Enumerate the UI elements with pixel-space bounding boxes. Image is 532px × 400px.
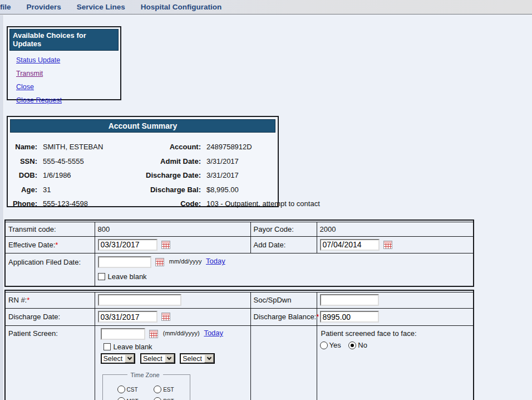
transmit-form-table: Transmit code: 800 Payor Code: 2000 Effe… <box>4 219 474 287</box>
discharge-bal-value: $8,995.00 <box>206 186 278 194</box>
left-gutter <box>0 15 4 400</box>
account-number-label: Account: <box>139 143 201 151</box>
rn-number-label: RN #:* <box>5 292 95 308</box>
discharge-balance-label: Discharge Balance:* <box>250 308 317 325</box>
today-link[interactable]: Today <box>204 329 223 337</box>
close-request-link[interactable]: Close Request <box>16 96 62 104</box>
time-zone-fieldset: Time Zone CST EST MST PST <box>102 372 190 400</box>
account-row: Age: 31 Discharge Bal: $8,995.00 <box>8 183 278 197</box>
discharge-date-field-label: Discharge Date: <box>5 308 95 325</box>
age-label: Age: <box>8 186 37 194</box>
required-marker: * <box>55 241 58 249</box>
chevron-down-icon[interactable] <box>204 354 214 363</box>
name-value: SMITH, ESTEBAN <box>43 143 133 151</box>
transmit-link[interactable]: Transmit <box>16 70 43 77</box>
code-value: 103 - Outpatient, attempt to contact <box>206 199 320 208</box>
admit-date-label: Admit Date: <box>139 157 201 165</box>
required-marker: * <box>27 296 29 304</box>
calendar-icon[interactable] <box>149 330 158 338</box>
face-to-face-yes-label: Yes <box>329 341 341 349</box>
pst-radio[interactable] <box>154 397 161 400</box>
account-summary-title: Account Summary <box>10 119 275 133</box>
patient-screen-label: Patient Screen: <box>5 325 95 400</box>
add-date-label: Add Date: <box>250 236 317 253</box>
chevron-down-icon[interactable] <box>125 354 134 363</box>
date-format-hint: (mm/dd/yyyy) <box>163 330 200 336</box>
pst-label: PST <box>163 398 174 400</box>
discharge-date-label: Discharge Date: <box>139 171 201 179</box>
mst-radio[interactable] <box>117 397 125 400</box>
name-label: Name: <box>8 143 37 151</box>
payor-code-value: 2000 <box>317 222 474 236</box>
leave-blank-label: Leave blank <box>108 272 147 281</box>
account-row: DOB: 1/6/1986 Discharge Date: 3/31/2017 <box>8 168 278 183</box>
calendar-icon[interactable] <box>161 313 170 321</box>
choices-link-list: Status Update Transmit Close Close Reque… <box>8 52 120 104</box>
chevron-down-icon[interactable] <box>165 354 174 363</box>
status-update-link[interactable]: Status Update <box>16 56 60 64</box>
rn-number-input[interactable] <box>98 294 181 306</box>
leave-blank-checkbox[interactable] <box>98 273 105 280</box>
top-menubar: file Providers Service Lines Hospital Co… <box>0 0 532 14</box>
calendar-icon[interactable] <box>383 241 392 249</box>
payor-code-label: Payor Code: <box>250 222 317 236</box>
calendar-icon[interactable] <box>161 241 170 249</box>
menu-item-file[interactable]: file <box>0 3 11 11</box>
est-label: EST <box>163 387 174 393</box>
discharge-balance-input[interactable] <box>320 311 379 323</box>
leave-blank-checkbox[interactable] <box>104 343 111 350</box>
account-details-form-table: RN #:* Soc/SpDwn Discharge Date: Dischar… <box>4 290 474 400</box>
face-to-face-label: Patient screened face to face: <box>321 329 471 338</box>
account-row: Phone: 555-123-4598 Code: 103 - Outpatie… <box>8 197 278 211</box>
phone-value: 555-123-4598 <box>43 199 133 208</box>
mst-label: MST <box>127 398 139 400</box>
account-row: Name: SMITH, ESTEBAN Account: 2489758912… <box>8 140 278 154</box>
account-number-value: 2489758912D <box>206 143 278 151</box>
calendar-icon[interactable] <box>155 258 164 266</box>
face-to-face-no-radio[interactable] <box>348 342 356 349</box>
est-radio[interactable] <box>154 386 161 393</box>
effective-date-label: Effective Date:* <box>5 236 95 253</box>
screening-select-1[interactable]: Select <box>101 353 136 364</box>
soc-spdwn-input[interactable] <box>320 294 379 306</box>
required-marker: * <box>316 313 319 321</box>
screening-select-2[interactable]: Select <box>140 353 175 364</box>
menu-item-hospital-configuration[interactable]: Hospital Configuration <box>141 3 222 11</box>
discharge-date-input[interactable] <box>98 311 157 323</box>
face-to-face-yes-radio[interactable] <box>320 342 328 349</box>
face-to-face-no-label: No <box>358 341 367 349</box>
transmit-code-label: Transmit code: <box>5 222 95 236</box>
dob-value: 1/6/1986 <box>43 171 133 179</box>
age-value: 31 <box>43 186 133 194</box>
soc-spdwn-label: Soc/SpDwn <box>250 292 317 308</box>
cst-label: CST <box>127 387 138 393</box>
application-filed-date-label: Application Filed Date: <box>5 253 95 286</box>
empty-cell <box>250 325 317 400</box>
cst-radio[interactable] <box>117 386 125 393</box>
menu-item-providers[interactable]: Providers <box>27 3 61 11</box>
today-link[interactable]: Today <box>206 257 225 265</box>
date-format-hint: mm/dd/yyyy <box>169 258 202 265</box>
leave-blank-label: Leave blank <box>114 343 152 351</box>
screening-select-3[interactable]: Select <box>180 353 215 364</box>
admit-date-value: 3/31/2017 <box>206 157 278 165</box>
account-summary-panel: Account Summary Name: SMITH, ESTEBAN Acc… <box>7 116 279 207</box>
phone-label: Phone: <box>8 199 37 208</box>
available-choices-title: Available Choices for Updates <box>9 29 119 51</box>
close-link[interactable]: Close <box>16 83 34 91</box>
time-zone-legend: Time Zone <box>127 372 163 378</box>
application-filed-date-input[interactable] <box>98 256 151 268</box>
ssn-label: SSN: <box>8 157 37 165</box>
code-label: Code: <box>139 199 201 208</box>
menu-item-service-lines[interactable]: Service Lines <box>77 3 125 11</box>
discharge-bal-label: Discharge Bal: <box>139 186 201 194</box>
add-date-input[interactable] <box>320 239 380 251</box>
account-row: SSN: 555-45-5555 Admit Date: 3/31/2017 <box>8 154 278 169</box>
ssn-value: 555-45-5555 <box>43 157 133 165</box>
discharge-date-value: 3/31/2017 <box>206 171 278 179</box>
transmit-code-value: 800 <box>95 222 250 236</box>
effective-date-input[interactable] <box>98 239 157 251</box>
available-choices-panel: Available Choices for Updates Status Upd… <box>7 26 121 100</box>
dob-label: DOB: <box>8 171 37 179</box>
patient-screen-date-input[interactable] <box>101 328 145 340</box>
